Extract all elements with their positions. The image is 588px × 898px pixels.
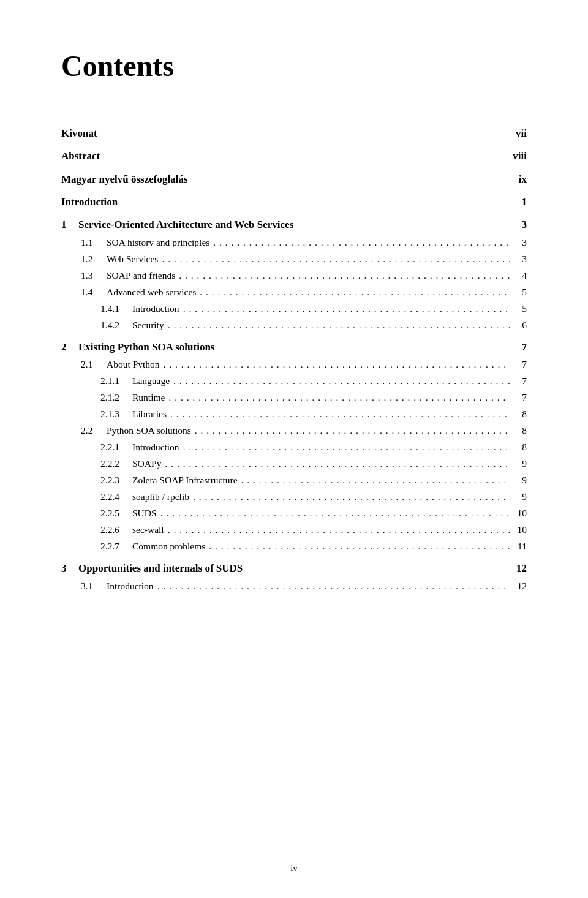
- toc-label: Libraries: [132, 407, 167, 421]
- toc-entry-s2.1.3: 2.1.3Libraries . . . . . . . . . . . . .…: [61, 406, 527, 422]
- toc-label: Common problems: [132, 539, 205, 554]
- toc-container: KivonatviiAbstractviiiMagyar nyelvű össz…: [61, 119, 527, 594]
- toc-number: 1.1: [81, 235, 107, 250]
- toc-page-number: 12: [510, 579, 527, 594]
- toc-label: Opportunities and internals of SUDS: [78, 560, 243, 576]
- toc-number: 2.1.3: [100, 407, 132, 421]
- toc-label: Introduction: [107, 579, 154, 594]
- toc-dots: . . . . . . . . . . . . . . . . . . . . …: [205, 539, 510, 554]
- toc-number: 1.4.1: [100, 301, 132, 316]
- toc-entry-introduction: Introduction1: [61, 188, 527, 211]
- toc-dots: . . . . . . . . . . . . . . . . . . . . …: [160, 357, 510, 372]
- toc-label: Language: [132, 374, 170, 388]
- toc-dots: . . . . . . . . . . . . . . . . . . . . …: [179, 301, 510, 316]
- toc-entry-ch3: 3Opportunities and internals of SUDS12: [61, 554, 527, 577]
- toc-label: sec-wall: [132, 523, 164, 537]
- toc-number: 3.1: [81, 579, 107, 594]
- toc-entry-ch2: 2Existing Python SOA solutions7: [61, 333, 527, 356]
- toc-entry-s3.1: 3.1Introduction . . . . . . . . . . . . …: [61, 578, 527, 594]
- toc-entry-s2.2.4: 2.2.4soaplib / rpclib . . . . . . . . . …: [61, 488, 527, 505]
- toc-label: Security: [132, 318, 164, 333]
- toc-label: Abstract: [61, 148, 100, 164]
- toc-entry-s2.1: 2.1About Python . . . . . . . . . . . . …: [61, 356, 527, 372]
- toc-page-number: 7: [510, 390, 527, 405]
- toc-entry-s1.4: 1.4Advanced web services . . . . . . . .…: [61, 284, 527, 300]
- toc-number: 1.4.2: [100, 318, 132, 333]
- toc-page-number: 6: [510, 318, 527, 333]
- toc-page-number: 3: [510, 235, 527, 250]
- toc-dots: . . . . . . . . . . . . . . . . . . . . …: [154, 579, 510, 594]
- toc-number: 2.2.2: [100, 456, 132, 471]
- toc-page-number: 5: [510, 301, 527, 316]
- toc-label: Magyar nyelvű összefoglalás: [61, 172, 188, 187]
- toc-number: 1: [61, 217, 78, 233]
- toc-entry-ch1: 1Service-Oriented Architecture and Web S…: [61, 211, 527, 233]
- toc-number: 2.1: [81, 357, 107, 372]
- page: Contents KivonatviiAbstractviiiMagyar ny…: [0, 0, 588, 898]
- toc-label: Introduction: [132, 440, 179, 455]
- toc-page-number: 7: [510, 339, 527, 355]
- toc-page-number: 11: [510, 539, 527, 554]
- toc-entry-s2.2.3: 2.2.3Zolera SOAP Infrastructure . . . . …: [61, 472, 527, 488]
- toc-entry-s2.2: 2.2Python SOA solutions . . . . . . . . …: [61, 422, 527, 439]
- toc-number: 2.2.5: [100, 506, 132, 521]
- toc-label: Service-Oriented Architecture and Web Se…: [78, 217, 293, 233]
- toc-label: Existing Python SOA solutions: [78, 339, 215, 355]
- toc-entry-s2.2.1: 2.2.1Introduction . . . . . . . . . . . …: [61, 439, 527, 455]
- toc-label: Introduction: [61, 194, 118, 210]
- toc-label: soaplib / rpclib: [132, 489, 189, 504]
- toc-number: 2.2.1: [100, 440, 132, 455]
- toc-page-number: 8: [510, 440, 527, 455]
- toc-page-number: 3: [510, 217, 527, 233]
- toc-label: Python SOA solutions: [107, 423, 191, 438]
- toc-dots: . . . . . . . . . . . . . . . . . . . . …: [161, 456, 510, 471]
- toc-label: Web Services: [107, 252, 158, 266]
- toc-number: 2.2: [81, 423, 107, 438]
- toc-entry-s1.2: 1.2Web Services . . . . . . . . . . . . …: [61, 251, 527, 267]
- toc-label: SOAPy: [132, 456, 161, 471]
- toc-page-number: 9: [510, 456, 527, 471]
- toc-entry-s2.1.2: 2.1.2Runtime . . . . . . . . . . . . . .…: [61, 389, 527, 406]
- toc-entry-magyar: Magyar nyelvű összefoglalásix: [61, 165, 527, 188]
- toc-number: 2.2.4: [100, 489, 132, 504]
- toc-number: 1.4: [81, 285, 107, 300]
- toc-page-number: 9: [510, 489, 527, 504]
- toc-page-number: 8: [510, 407, 527, 421]
- toc-page-number: 10: [510, 523, 527, 537]
- toc-dots: . . . . . . . . . . . . . . . . . . . . …: [191, 423, 510, 438]
- toc-dots: . . . . . . . . . . . . . . . . . . . . …: [164, 523, 510, 537]
- toc-label: Runtime: [132, 390, 165, 405]
- toc-dots: . . . . . . . . . . . . . . . . . . . . …: [179, 440, 510, 455]
- toc-entry-s1.4.2: 1.4.2Security . . . . . . . . . . . . . …: [61, 317, 527, 333]
- toc-page-number: 10: [510, 506, 527, 521]
- toc-label: Advanced web services: [107, 285, 196, 300]
- toc-entry-abstract: Abstractviii: [61, 142, 527, 165]
- toc-number: 3: [61, 560, 78, 576]
- toc-dots: . . . . . . . . . . . . . . . . . . . . …: [157, 506, 510, 521]
- toc-dots: . . . . . . . . . . . . . . . . . . . . …: [238, 473, 510, 488]
- toc-dots: . . . . . . . . . . . . . . . . . . . . …: [170, 374, 510, 388]
- toc-number: 2.1.2: [100, 390, 132, 405]
- toc-page-number: 4: [510, 268, 527, 283]
- toc-label: SOAP and friends: [107, 268, 175, 283]
- toc-dots: . . . . . . . . . . . . . . . . . . . . …: [196, 285, 510, 300]
- toc-page-number: vii: [510, 126, 527, 141]
- toc-page-number: 3: [510, 252, 527, 266]
- toc-dots: . . . . . . . . . . . . . . . . . . . . …: [189, 489, 510, 504]
- toc-label: Zolera SOAP Infrastructure: [132, 473, 238, 488]
- toc-label: Kivonat: [61, 126, 97, 141]
- toc-dots: . . . . . . . . . . . . . . . . . . . . …: [209, 235, 510, 250]
- toc-number: 2.1.1: [100, 374, 132, 388]
- toc-label: SUDS: [132, 506, 157, 521]
- toc-label: SOA history and principles: [107, 235, 209, 250]
- toc-dots: . . . . . . . . . . . . . . . . . . . . …: [158, 252, 510, 266]
- toc-label: Introduction: [132, 301, 179, 316]
- toc-dots: . . . . . . . . . . . . . . . . . . . . …: [167, 407, 510, 421]
- toc-entry-s2.2.7: 2.2.7Common problems . . . . . . . . . .…: [61, 538, 527, 554]
- toc-number: 2.2.6: [100, 523, 132, 537]
- toc-number: 2.2.7: [100, 539, 132, 554]
- toc-entry-s1.1: 1.1SOA history and principles . . . . . …: [61, 234, 527, 251]
- toc-number: 2.2.3: [100, 473, 132, 488]
- toc-page-number: 8: [510, 423, 527, 438]
- toc-page-number: 9: [510, 473, 527, 488]
